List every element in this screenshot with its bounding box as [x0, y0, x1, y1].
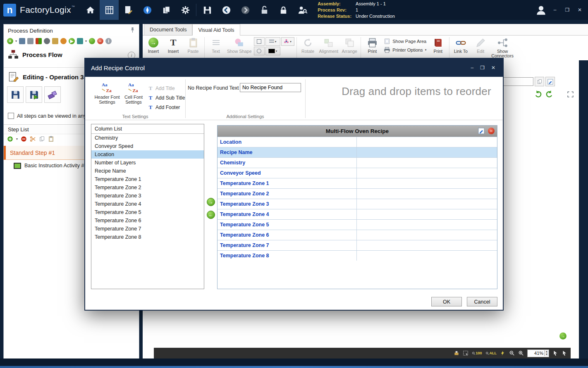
cut-icon[interactable] [30, 136, 36, 142]
add-title-button[interactable]: T Add Title [148, 83, 185, 93]
column-list-item-selected[interactable]: Location [91, 150, 204, 159]
column-list-item[interactable]: Temperature Zone 1 [91, 175, 204, 183]
zoom-fit-all-button[interactable]: ALL [485, 351, 497, 355]
add-operation-caret-icon[interactable]: ▾ [15, 39, 17, 43]
unlock-button[interactable] [255, 0, 274, 20]
add-operation-icon[interactable]: + [7, 38, 13, 44]
save-button[interactable] [198, 0, 217, 20]
navigator-button[interactable] [138, 0, 157, 20]
table-row[interactable]: Temperature Zone 7 [218, 240, 497, 250]
steps-any-order-checkbox[interactable] [8, 113, 14, 119]
column-list-item[interactable]: Temperature Zone 3 [91, 192, 204, 200]
column-list-item[interactable]: Temperature Zone 8 [91, 233, 204, 241]
header-font-settings-button[interactable]: Header Font Settings [93, 82, 121, 104]
add-column-button[interactable]: → [207, 198, 215, 206]
zoom-in-icon[interactable] [518, 350, 524, 356]
table-row[interactable]: Conveyor Speed [218, 168, 497, 178]
components-icon[interactable] [36, 38, 42, 44]
settings-button[interactable] [176, 0, 195, 20]
table-row-selected[interactable]: Recipe Name [218, 147, 497, 157]
tools-icon[interactable] [77, 38, 83, 44]
undo-icon[interactable] [534, 90, 542, 98]
process-flow-header[interactable]: Process Flow [8, 49, 62, 60]
add-footer-button[interactable]: T Add Footer [148, 102, 185, 112]
pointer-add-icon[interactable] [562, 350, 567, 356]
tab-document-tools[interactable]: Document Tools [144, 24, 192, 35]
table-row[interactable]: Temperature Zone 4 [218, 209, 497, 219]
ok-button[interactable]: OK [431, 297, 462, 306]
copy-icon[interactable] [39, 136, 45, 142]
zoom-100-button[interactable]: 100 [472, 351, 482, 355]
fill-style-dropdown[interactable]: ▾ [281, 37, 294, 46]
insert-shape-button[interactable]: → Insert [143, 36, 163, 60]
column-list-item[interactable]: Conveyor Speed [91, 142, 204, 150]
edit-process-icon[interactable] [19, 38, 25, 44]
tab-visual-aid-tools[interactable]: Visual Aid Tools [192, 24, 240, 36]
table-row[interactable]: Temperature Zone 2 [218, 188, 497, 199]
table-row[interactable]: Temperature Zone 8 [218, 250, 497, 261]
add-item-floating-button[interactable]: → [559, 332, 566, 340]
new-document-button[interactable] [119, 0, 138, 20]
filter-pages-button[interactable] [535, 77, 544, 86]
line-color-dropdown[interactable]: ▾ [265, 47, 280, 55]
dock-icon[interactable] [454, 350, 459, 356]
zoom-input[interactable] [528, 351, 544, 356]
pin-icon[interactable] [129, 26, 136, 33]
show-connectors-button[interactable]: Show Connectors [490, 36, 514, 60]
remove-step-icon[interactable] [21, 136, 27, 142]
table-row[interactable]: Temperature Zone 6 [218, 230, 497, 240]
lock-button[interactable] [274, 0, 293, 20]
save-operation-button[interactable] [7, 86, 24, 103]
print-document-button[interactable]: Print [428, 36, 448, 60]
edit-button[interactable]: Edit [471, 36, 490, 60]
fullscreen-button[interactable] [567, 91, 574, 98]
print-button[interactable]: Print [362, 36, 382, 60]
forward-button[interactable] [236, 0, 255, 20]
activate-icon[interactable] [89, 38, 95, 44]
line-style-dropdown[interactable]: ▾ [265, 37, 280, 46]
key-icon[interactable] [52, 38, 58, 44]
find-user-button[interactable] [293, 0, 312, 20]
show-page-area-toggle[interactable]: Show Page Area [384, 38, 426, 45]
zoom-spinner[interactable]: ▲▼ [544, 350, 549, 356]
insert-text-button[interactable]: T Insert [163, 36, 183, 60]
cell-font-settings-button[interactable]: Cell Font Settings [122, 82, 146, 104]
dialog-minimize-button[interactable]: – [471, 65, 473, 71]
start-icon[interactable]: ▶ [69, 38, 75, 44]
table-row[interactable]: Temperature Zone 3 [218, 199, 497, 209]
add-step-icon[interactable] [7, 136, 13, 142]
window-close-button[interactable]: ✕ [576, 6, 584, 14]
quick-zoom-icon[interactable] [500, 350, 506, 356]
info-icon[interactable]: i [105, 38, 112, 44]
window-minimize-button[interactable]: – [551, 6, 559, 14]
back-button[interactable] [217, 0, 236, 20]
print-process-icon[interactable] [27, 38, 33, 44]
add-step-caret-icon[interactable]: ▾ [16, 137, 18, 141]
text-button[interactable]: Text [206, 36, 226, 60]
rectangle-shape-button[interactable] [254, 37, 265, 46]
more-tools-caret-icon[interactable]: ▾ [85, 39, 87, 43]
paste-icon[interactable] [48, 136, 54, 142]
column-list-item[interactable]: Temperature Zone 4 [91, 200, 204, 208]
column-list-item[interactable]: Temperature Zone 7 [91, 225, 204, 233]
show-shape-button[interactable]: Show Shape [226, 36, 253, 60]
table-row[interactable]: Temperature Zone 1 [218, 178, 497, 188]
paste-button[interactable]: Paste [183, 36, 203, 60]
link-to-button[interactable]: Link To [451, 36, 471, 60]
column-list-item[interactable]: Number of Layers [91, 159, 204, 167]
column-list-item[interactable]: Temperature Zone 5 [91, 208, 204, 216]
window-maximize-button[interactable]: ❒ [563, 6, 571, 14]
zoom-out-icon[interactable] [509, 350, 515, 356]
remove-table-icon[interactable]: − [488, 128, 495, 134]
column-list-item[interactable]: Temperature Zone 6 [91, 216, 204, 225]
rotate-button[interactable]: Rotate [298, 36, 318, 60]
remove-column-button[interactable]: ← [207, 211, 215, 219]
current-user-button[interactable] [535, 5, 547, 16]
discard-changes-button[interactable] [44, 86, 61, 103]
table-row[interactable]: Temperature Zone 5 [218, 219, 497, 230]
table-row[interactable]: Location [218, 137, 497, 147]
select-area-icon[interactable] [463, 350, 468, 356]
pointer-icon[interactable] [552, 350, 558, 356]
rename-table-icon[interactable] [478, 128, 485, 134]
ellipse-shape-button[interactable] [254, 47, 265, 55]
